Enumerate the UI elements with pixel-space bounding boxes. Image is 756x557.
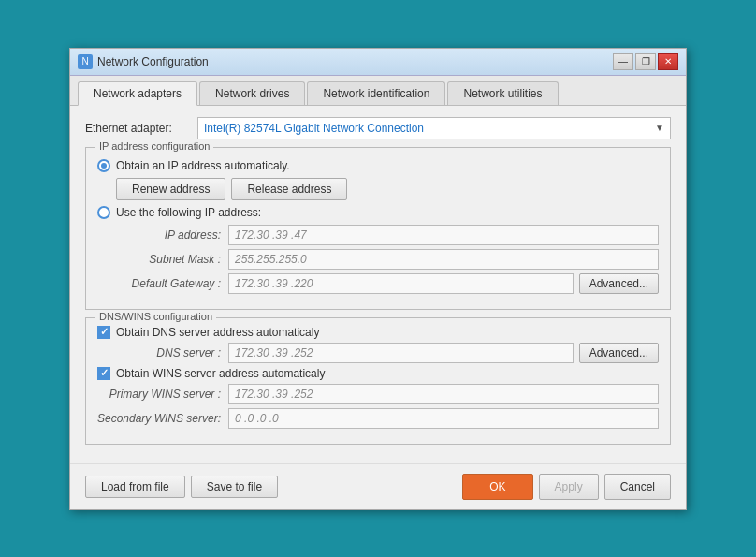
- cancel-button[interactable]: Cancel: [604, 474, 671, 500]
- footer-left: Load from file Save to file: [85, 476, 278, 498]
- adapter-dropdown[interactable]: Intel(R) 82574L Gigabit Network Connecti…: [197, 117, 671, 139]
- secondary-wins-label: Secondary WINS server:: [97, 412, 228, 425]
- dns-advanced-button[interactable]: Advanced...: [579, 343, 659, 363]
- adapter-value: Intel(R) 82574L Gigabit Network Connecti…: [204, 122, 424, 135]
- app-icon: N: [78, 54, 93, 69]
- dropdown-arrow-icon: ▼: [655, 123, 664, 133]
- titlebar-left: N Network Configuration: [78, 54, 209, 69]
- obtain-auto-label: Obtain an IP address automaticaly.: [116, 159, 290, 172]
- minimize-button[interactable]: —: [613, 53, 633, 70]
- use-following-row: Use the following IP address:: [97, 206, 659, 219]
- obtain-auto-radio[interactable]: [97, 159, 110, 172]
- footer: Load from file Save to file OK Apply Can…: [70, 463, 686, 509]
- ip-section-title: IP address configuration: [95, 140, 213, 152]
- apply-button[interactable]: Apply: [539, 474, 599, 500]
- dns-server-input[interactable]: [228, 343, 574, 363]
- gateway-row: Default Gateway : Advanced...: [97, 273, 659, 294]
- tab-network-adapters[interactable]: Network adapters: [78, 81, 197, 106]
- obtain-dns-row: ✓ Obtain DNS server address automaticaly: [97, 326, 659, 339]
- tab-network-utilities[interactable]: Network utilities: [447, 81, 558, 105]
- dns-server-label: DNS server :: [97, 346, 228, 359]
- renew-release-row: Renew address Release address: [116, 178, 659, 200]
- checkmark-icon-2: ✓: [100, 367, 109, 379]
- tab-bar: Network adapters Network drives Network …: [70, 76, 686, 106]
- close-button[interactable]: ✕: [658, 53, 678, 70]
- subnet-label: Subnet Mask :: [97, 253, 228, 266]
- ip-address-row: IP address:: [97, 225, 659, 245]
- primary-wins-row: Primary WINS server :: [97, 384, 659, 404]
- renew-address-button[interactable]: Renew address: [116, 178, 225, 200]
- restore-button[interactable]: ❐: [635, 53, 656, 70]
- tab-network-drives[interactable]: Network drives: [199, 81, 305, 105]
- obtain-auto-row: Obtain an IP address automaticaly.: [97, 159, 659, 172]
- adapter-row: Ethernet adapter: Intel(R) 82574L Gigabi…: [85, 117, 671, 139]
- ip-address-input[interactable]: [228, 225, 659, 245]
- main-window: N Network Configuration — ❐ ✕ Network ad…: [69, 48, 687, 510]
- use-following-label: Use the following IP address:: [116, 206, 261, 219]
- secondary-wins-row: Secondary WINS server:: [97, 408, 659, 429]
- save-to-file-button[interactable]: Save to file: [191, 476, 278, 498]
- obtain-dns-checkbox[interactable]: ✓: [97, 326, 110, 339]
- titlebar-controls: — ❐ ✕: [613, 53, 678, 70]
- tab-content: Ethernet adapter: Intel(R) 82574L Gigabi…: [70, 106, 686, 463]
- obtain-wins-checkbox[interactable]: ✓: [97, 367, 110, 380]
- titlebar: N Network Configuration — ❐ ✕: [70, 49, 686, 76]
- dns-section: DNS/WINS configuration ✓ Obtain DNS serv…: [85, 317, 671, 445]
- ok-button[interactable]: OK: [462, 474, 532, 500]
- ip-advanced-button[interactable]: Advanced...: [579, 273, 659, 294]
- adapter-label: Ethernet adapter:: [85, 122, 197, 135]
- window-title: Network Configuration: [97, 55, 209, 68]
- release-address-button[interactable]: Release address: [231, 178, 347, 200]
- dns-section-title: DNS/WINS configuration: [95, 311, 216, 322]
- tab-network-identification[interactable]: Network identification: [307, 81, 445, 105]
- ip-section: IP address configuration Obtain an IP ad…: [85, 147, 671, 310]
- primary-wins-input[interactable]: [228, 384, 659, 404]
- primary-wins-label: Primary WINS server :: [97, 388, 228, 401]
- ip-address-label: IP address:: [97, 228, 228, 242]
- dns-server-row: DNS server : Advanced...: [97, 343, 659, 363]
- use-following-radio[interactable]: [97, 206, 110, 219]
- load-from-file-button[interactable]: Load from file: [85, 476, 185, 498]
- secondary-wins-input[interactable]: [228, 408, 659, 429]
- obtain-dns-label: Obtain DNS server address automaticaly: [116, 326, 319, 339]
- subnet-input[interactable]: [228, 249, 659, 270]
- obtain-wins-row: ✓ Obtain WINS server address automatical…: [97, 367, 659, 380]
- gateway-label: Default Gateway :: [97, 277, 228, 290]
- subnet-row: Subnet Mask :: [97, 249, 659, 270]
- footer-right: OK Apply Cancel: [462, 474, 671, 500]
- checkmark-icon: ✓: [100, 326, 109, 338]
- obtain-wins-label: Obtain WINS server address automaticaly: [116, 367, 325, 380]
- gateway-input[interactable]: [228, 273, 574, 294]
